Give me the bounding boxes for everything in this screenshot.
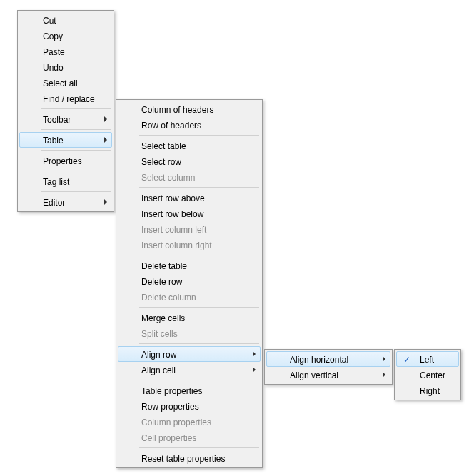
menu-item-label: Right: [420, 386, 440, 396]
menu-separator: [139, 187, 259, 188]
menu-separator: [41, 191, 111, 192]
menu-item-label: Select all: [43, 79, 78, 88]
menu-item-align-right[interactable]: Right: [396, 383, 459, 398]
menu-item-label: Delete table: [141, 261, 187, 271]
menu-item-label: Delete row: [141, 277, 182, 287]
submenu-arrow-icon: [253, 367, 256, 373]
menu-separator: [139, 255, 259, 255]
menu-item-align-cell[interactable]: Align cell: [118, 362, 261, 378]
menu-item-split-cells: Split cells: [118, 325, 261, 341]
menu-item-label: Cut: [43, 16, 56, 26]
menu-item-merge-cells[interactable]: Merge cells: [118, 310, 261, 325]
menu-item-table[interactable]: Table: [19, 132, 112, 148]
menu-item-align-vertical[interactable]: Align vertical: [266, 367, 390, 383]
menu-item-insert-column-right: Insert column right: [118, 237, 261, 253]
menu-item-select-row[interactable]: Select row: [118, 153, 261, 169]
menu-item-label: Merge cells: [141, 313, 185, 323]
menu-item-delete-table[interactable]: Delete table: [118, 258, 261, 273]
menu-item-label: Select row: [141, 157, 181, 167]
menu-item-label: Insert column right: [141, 240, 212, 250]
submenu-arrow-icon: [104, 116, 107, 122]
menu-item-label: Insert column left: [141, 225, 206, 235]
menu-item-delete-column: Delete column: [118, 289, 261, 305]
submenu-align-row: Align horizontal Align vertical: [264, 349, 393, 385]
menu-item-cut[interactable]: Cut: [19, 12, 112, 28]
submenu-align-horizontal: ✓Left Center Right: [394, 349, 461, 400]
submenu-arrow-icon: [383, 372, 385, 378]
menu-item-delete-row[interactable]: Delete row: [118, 273, 261, 289]
menu-item-label: Undo: [43, 63, 64, 73]
menu-item-label: Delete column: [141, 293, 196, 303]
menu-item-label: Table: [43, 136, 64, 146]
menu-item-label: Select column: [141, 173, 195, 183]
menu-separator: [41, 171, 111, 171]
menu-item-align-center[interactable]: Center: [396, 367, 459, 383]
menu-separator: [41, 108, 111, 109]
menu-item-label: Reset table properties: [141, 454, 225, 464]
submenu-arrow-icon: [104, 137, 107, 143]
menu-item-insert-row-above[interactable]: Insert row above: [118, 190, 261, 206]
menu-item-label: Insert row above: [141, 193, 205, 203]
menu-separator: [139, 447, 259, 448]
menu-item-label: Table properties: [141, 386, 202, 396]
menu-item-label: Align horizontal: [290, 355, 348, 365]
submenu-arrow-icon: [253, 351, 256, 357]
menu-item-label: Row properties: [141, 402, 199, 412]
menu-item-label: Align cell: [141, 365, 176, 375]
menu-item-undo[interactable]: Undo: [19, 59, 112, 75]
submenu-arrow-icon: [104, 199, 107, 205]
menu-item-paste[interactable]: Paste: [19, 44, 112, 59]
menu-item-label: Editor: [43, 198, 65, 208]
menu-separator: [41, 150, 111, 151]
menu-separator: [139, 343, 259, 344]
menu-item-label: Left: [420, 355, 434, 365]
menu-item-label: Align row: [141, 350, 176, 360]
menu-separator: [139, 135, 259, 136]
menu-item-insert-row-below[interactable]: Insert row below: [118, 206, 261, 221]
menu-item-row-properties[interactable]: Row properties: [118, 398, 261, 414]
menu-item-align-horizontal[interactable]: Align horizontal: [266, 351, 390, 367]
menu-separator: [41, 129, 111, 130]
submenu-table: Column of headers Row of headers Select …: [116, 99, 263, 468]
menu-item-properties[interactable]: Properties: [19, 153, 112, 168]
menu-item-align-left[interactable]: ✓Left: [396, 351, 459, 367]
menu-item-column-properties: Column properties: [118, 414, 261, 430]
menu-item-insert-column-left: Insert column left: [118, 221, 261, 237]
menu-item-label: Properties: [43, 156, 82, 166]
menu-item-editor[interactable]: Editor: [19, 194, 112, 210]
menu-item-label: Insert row below: [141, 209, 203, 219]
menu-item-select-all[interactable]: Select all: [19, 75, 112, 91]
menu-item-copy[interactable]: Copy: [19, 28, 112, 44]
menu-item-label: Align vertical: [290, 370, 338, 380]
context-menu-main: Cut Copy Paste Undo Select all Find / re…: [17, 10, 114, 212]
menu-item-reset-table-properties[interactable]: Reset table properties: [118, 450, 261, 466]
menu-item-tag-list[interactable]: Tag list: [19, 173, 112, 189]
menu-item-label: Toolbar: [43, 115, 71, 125]
menu-item-label: Find / replace: [43, 94, 95, 104]
menu-item-row-of-headers[interactable]: Row of headers: [118, 117, 261, 133]
menu-item-label: Row of headers: [141, 121, 201, 131]
menu-item-toolbar[interactable]: Toolbar: [19, 111, 112, 127]
menu-separator: [139, 380, 259, 380]
check-icon: ✓: [401, 354, 413, 365]
menu-item-find-replace[interactable]: Find / replace: [19, 91, 112, 106]
menu-item-select-column: Select column: [118, 169, 261, 185]
menu-item-cell-properties: Cell properties: [118, 430, 261, 445]
menu-item-select-table[interactable]: Select table: [118, 138, 261, 153]
menu-separator: [139, 307, 259, 308]
menu-item-label: Column properties: [141, 417, 211, 427]
menu-item-label: Column of headers: [141, 105, 213, 115]
menu-item-label: Select table: [141, 141, 186, 151]
menu-item-label: Paste: [43, 47, 65, 57]
menu-item-column-of-headers[interactable]: Column of headers: [118, 101, 261, 117]
menu-item-label: Tag list: [43, 177, 69, 187]
submenu-arrow-icon: [383, 356, 385, 362]
menu-item-align-row[interactable]: Align row: [118, 346, 261, 362]
menu-item-label: Center: [420, 370, 445, 380]
menu-item-label: Copy: [43, 31, 63, 41]
menu-item-table-properties[interactable]: Table properties: [118, 383, 261, 398]
menu-item-label: Split cells: [141, 329, 178, 339]
menu-item-label: Cell properties: [141, 433, 196, 443]
